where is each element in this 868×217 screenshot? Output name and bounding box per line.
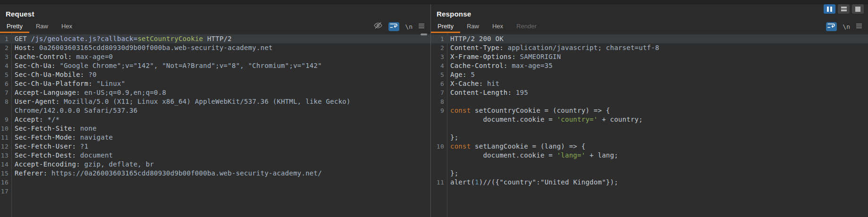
code-line[interactable]: 4Sec-Ch-Ua: "Google Chrome";v="142", "No… xyxy=(0,61,430,70)
code-line[interactable]: 5Age: 5 xyxy=(431,70,868,79)
line-number: 11 xyxy=(0,133,11,142)
response-panel: Response Pretty Raw Hex Render xyxy=(431,4,868,217)
code-line[interactable]: 10const setLangCookie = (lang) => { xyxy=(431,142,868,151)
code-line[interactable]: 11alert(1)//({"country":"United Kingdom"… xyxy=(431,178,868,187)
code-line[interactable]: 10Sec-Fetch-Site: none xyxy=(0,124,430,133)
code-line[interactable]: 12Sec-Fetch-User: ?1 xyxy=(0,142,430,151)
show-newlines-button[interactable]: \n xyxy=(843,23,850,30)
word-wrap-icon xyxy=(827,22,835,31)
response-menu-button[interactable] xyxy=(856,22,862,31)
line-content: Host: 0a26003603165cdd80930d9b00f000ba.w… xyxy=(11,43,430,52)
code-line[interactable]: document.cookie = 'country=' + country; xyxy=(431,115,868,124)
code-line[interactable]: 7Content-Length: 195 xyxy=(431,88,868,97)
code-line[interactable]: }; xyxy=(431,169,868,178)
line-number: 1 xyxy=(431,34,447,43)
code-line[interactable]: document.cookie = 'lang=' + lang; xyxy=(431,151,868,160)
code-line[interactable]: 3X-Frame-Options: SAMEORIGIN xyxy=(431,52,868,61)
request-panel-title: Request xyxy=(0,4,430,20)
line-number: 6 xyxy=(0,79,11,88)
line-content: Cache-Control: max-age=0 xyxy=(11,52,430,61)
line-number: 12 xyxy=(0,142,11,151)
line-content: X-Frame-Options: SAMEORIGIN xyxy=(447,52,868,61)
code-line[interactable]: 17 xyxy=(0,187,430,196)
line-content: const setCountryCookie = (country) => { xyxy=(447,106,868,115)
code-line[interactable]: 1GET /js/geolocate.js?callback=setCountr… xyxy=(0,34,430,43)
line-content: Sec-Fetch-Mode: navigate xyxy=(11,133,430,142)
line-number: 4 xyxy=(0,61,11,70)
code-line[interactable]: 4Cache-Control: max-age=35 xyxy=(431,61,868,70)
line-content: X-Cache: hit xyxy=(447,79,868,88)
line-number: 11 xyxy=(431,178,447,187)
hide-nonprintable-button[interactable] xyxy=(373,21,383,32)
code-line[interactable]: 16 xyxy=(0,178,430,187)
line-number: 8 xyxy=(0,97,11,106)
line-content: Sec-Ch-Ua-Mobile: ?0 xyxy=(11,70,430,79)
line-content: HTTP/2 200 OK xyxy=(447,34,868,43)
line-content: document.cookie = 'country=' + country; xyxy=(447,115,868,124)
code-line[interactable]: 7Accept-Language: en-US;q=0.9,en;q=0.8 xyxy=(0,88,430,97)
line-number: 8 xyxy=(431,97,447,106)
show-newlines-button[interactable]: \n xyxy=(405,23,413,30)
line-number: 4 xyxy=(431,61,447,70)
code-line[interactable]: Chrome/142.0.0.0 Safari/537.36 xyxy=(0,106,430,115)
code-line[interactable]: 15Referer: https://0a26003603165cdd80930… xyxy=(0,169,430,178)
word-wrap-button[interactable] xyxy=(826,22,837,31)
request-tabrow: Pretty Raw Hex xyxy=(0,20,430,33)
line-number xyxy=(431,169,447,178)
rows-icon xyxy=(841,7,847,11)
line-content: Accept: */* xyxy=(11,115,430,124)
response-tab-render[interactable]: Render xyxy=(510,20,543,33)
line-number xyxy=(431,124,447,133)
code-line[interactable]: 5Sec-Ch-Ua-Mobile: ?0 xyxy=(0,70,430,79)
code-line[interactable]: 6X-Cache: hit xyxy=(431,79,868,88)
line-content: }; xyxy=(447,169,868,178)
request-tab-hex[interactable]: Hex xyxy=(55,20,79,33)
word-wrap-icon xyxy=(390,22,398,31)
request-tab-raw[interactable]: Raw xyxy=(29,20,55,33)
rows-layout-button[interactable] xyxy=(838,4,850,14)
word-wrap-button[interactable] xyxy=(388,22,399,31)
scrollbar-handle[interactable] xyxy=(421,33,427,35)
line-content: }; xyxy=(447,133,868,142)
line-number: 3 xyxy=(0,52,11,61)
line-content xyxy=(447,160,868,169)
response-tab-pretty[interactable]: Pretty xyxy=(431,20,460,33)
line-content: alert(1)//({"country":"United Kingdom"})… xyxy=(447,178,868,187)
line-number: 9 xyxy=(431,106,447,115)
line-number: 7 xyxy=(431,88,447,97)
response-editor[interactable]: 1HTTP/2 200 OK2Content-Type: application… xyxy=(431,33,868,217)
line-content: Accept-Language: en-US;q=0.9,en;q=0.8 xyxy=(11,88,430,97)
code-line[interactable]: 2Host: 0a26003603165cdd80930d9b00f000ba.… xyxy=(0,43,430,52)
code-line[interactable]: }; xyxy=(431,133,868,142)
request-menu-button[interactable] xyxy=(418,22,425,31)
line-content: const setLangCookie = (lang) => { xyxy=(447,142,868,151)
code-line[interactable]: 3Cache-Control: max-age=0 xyxy=(0,52,430,61)
code-line[interactable]: 13Sec-Fetch-Dest: document xyxy=(0,151,430,160)
code-line[interactable]: 6Sec-Ch-Ua-Platform: "Linux" xyxy=(0,79,430,88)
response-tabrow: Pretty Raw Hex Render \n xyxy=(431,20,868,33)
line-content xyxy=(11,187,430,196)
request-tab-pretty[interactable]: Pretty xyxy=(0,20,29,33)
line-content xyxy=(11,178,430,187)
code-line[interactable]: 8 xyxy=(431,97,868,106)
line-content: document.cookie = 'lang=' + lang; xyxy=(447,151,868,160)
line-content: Sec-Fetch-Dest: document xyxy=(11,151,430,160)
request-editor[interactable]: 1GET /js/geolocate.js?callback=setCountr… xyxy=(0,33,430,217)
code-line[interactable]: 2Content-Type: application/javascript; c… xyxy=(431,43,868,52)
line-number: 6 xyxy=(431,79,447,88)
hamburger-menu-icon xyxy=(856,22,862,31)
code-line[interactable] xyxy=(431,124,868,133)
single-layout-button[interactable] xyxy=(852,4,864,14)
code-line[interactable]: 9Accept: */* xyxy=(0,115,430,124)
code-line[interactable]: 9const setCountryCookie = (country) => { xyxy=(431,106,868,115)
columns-layout-button[interactable] xyxy=(824,4,835,14)
code-line[interactable] xyxy=(431,160,868,169)
line-number: 7 xyxy=(0,88,11,97)
line-number xyxy=(431,133,447,142)
response-tab-hex[interactable]: Hex xyxy=(486,20,510,33)
code-line[interactable]: 1HTTP/2 200 OK xyxy=(431,34,868,43)
response-tab-raw[interactable]: Raw xyxy=(460,20,486,33)
code-line[interactable]: 11Sec-Fetch-Mode: navigate xyxy=(0,133,430,142)
code-line[interactable]: 8User-Agent: Mozilla/5.0 (X11; Linux x86… xyxy=(0,97,430,106)
code-line[interactable]: 14Accept-Encoding: gzip, deflate, br xyxy=(0,160,430,169)
